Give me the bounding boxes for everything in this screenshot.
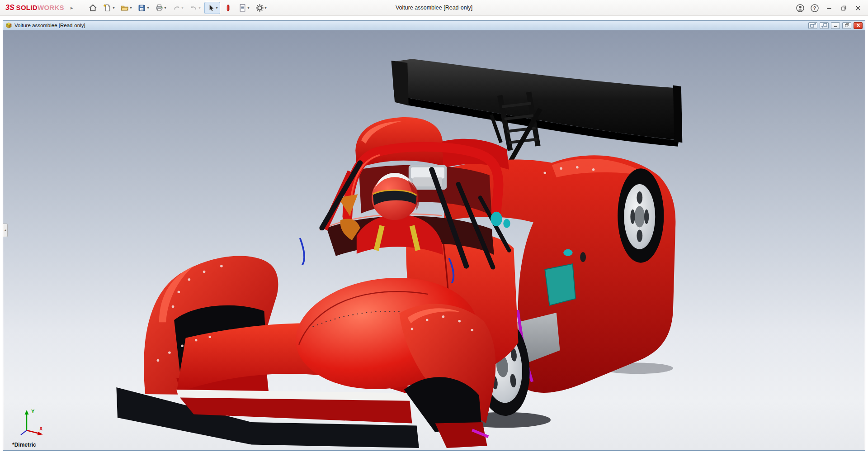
dropdown-caret[interactable]: ▾ [248,6,250,10]
options-button[interactable]: ▾ [253,2,269,14]
undo-button[interactable]: ▾ [170,2,186,14]
rebuild-icon [224,4,232,12]
orientation-triad: Y X [13,407,46,439]
redo-icon [189,4,198,12]
triad-x-label: X [39,426,43,431]
doc-close-icon [855,23,861,28]
frame-toolbar: ▾ ▾ ▾ [86,2,269,14]
doc-minimize-icon [833,23,839,28]
select-cursor-icon [207,4,215,12]
help-button[interactable]: ? [807,0,822,16]
restore-icon [840,4,848,12]
doc-dock-button[interactable] [820,22,829,29]
panel-collapse-tab[interactable]: ◂ [3,224,8,237]
select-button[interactable]: ▾ [204,2,220,14]
document-titlebar[interactable]: Voiture assomblee [Read-only] [3,21,865,30]
dock-window-icon [821,23,827,28]
minimize-button[interactable] [822,0,836,16]
view-orientation-label: *Dimetric [12,442,36,448]
ds-logo-icon: 3S [5,4,14,12]
close-icon [854,4,862,12]
file-properties-button[interactable]: ▾ [236,2,252,14]
open-folder-icon [120,4,129,12]
document-window: Voiture assomblee [Read-only] [3,20,865,451]
toolbar-expand-button[interactable]: ▸ [69,4,75,12]
float-window-icon [810,23,816,28]
dropdown-caret[interactable]: ▾ [265,6,267,10]
doc-float-button[interactable] [808,22,817,29]
account-icon [796,4,805,13]
close-button[interactable] [851,0,865,16]
car-model[interactable] [3,30,865,450]
doc-minimize-button[interactable] [831,22,840,29]
app-window-title: Voiture assomblee [Read-only] [396,0,472,16]
dropdown-caret[interactable]: ▾ [216,6,218,10]
app-window-controls: ? [793,0,868,16]
restore-button[interactable] [836,0,851,16]
dropdown-caret[interactable]: ▾ [199,6,201,10]
save-icon [137,4,146,12]
brand-solid-text: SOLID [16,4,38,11]
account-button[interactable] [793,0,807,16]
undo-icon [172,4,181,12]
dropdown-caret[interactable]: ▾ [113,6,114,10]
home-button[interactable] [86,2,99,14]
graphics-viewport[interactable]: Y X *Dimetric ◂ [3,30,865,450]
save-button[interactable]: ▾ [135,2,151,14]
redo-button[interactable]: ▾ [187,2,203,14]
new-document-button[interactable]: ▾ [101,2,117,14]
brand-works-text: WORKS [38,4,64,11]
svg-text:?: ? [813,5,816,10]
dropdown-caret[interactable]: ▾ [130,6,132,10]
app-titlebar: 3S SOLID WORKS ▸ ▾ [0,0,868,16]
file-properties-icon [238,4,247,12]
print-icon [155,4,164,12]
options-gear-icon [255,4,264,12]
doc-close-button[interactable] [854,22,863,29]
doc-restore-icon [844,23,850,28]
triad-y-label: Y [31,409,35,414]
doc-restore-button[interactable] [842,22,851,29]
minimize-icon [825,4,833,12]
home-icon [89,4,97,12]
print-button[interactable]: ▾ [153,2,169,14]
new-document-icon [103,4,112,12]
dropdown-caret[interactable]: ▾ [165,6,166,10]
solidworks-logo: 3S SOLID WORKS [5,4,64,12]
open-button[interactable]: ▾ [118,2,134,14]
dropdown-caret[interactable]: ▾ [182,6,184,10]
assembly-document-icon [5,22,12,29]
help-icon: ? [810,4,819,13]
document-title: Voiture assomblee [Read-only] [14,23,85,28]
solidworks-app-window: 3S SOLID WORKS ▸ ▾ [0,0,868,467]
document-window-controls [808,22,863,29]
dropdown-caret[interactable]: ▾ [147,6,149,10]
rebuild-button[interactable] [222,2,235,14]
